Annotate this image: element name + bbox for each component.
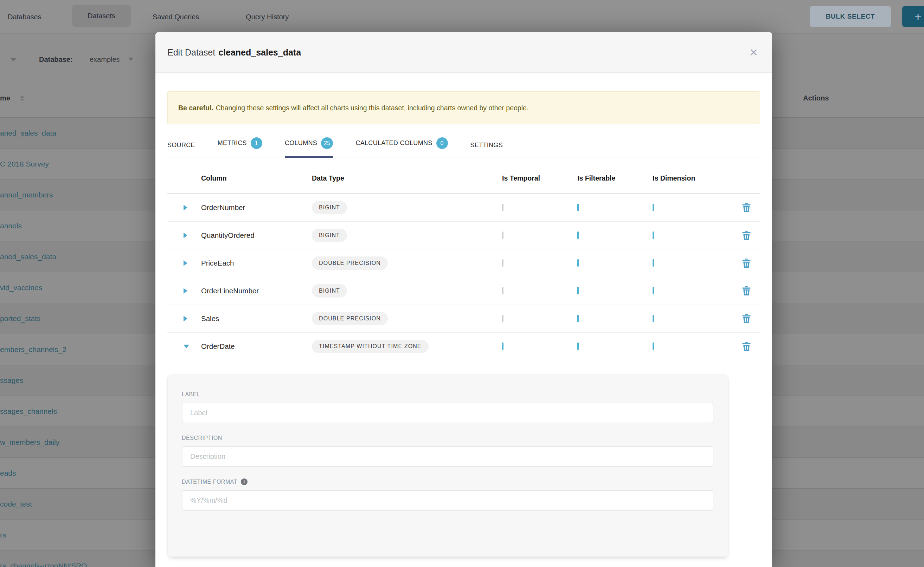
dataset-link[interactable]: rs [0,531,6,539]
is-filterable-checkbox[interactable] [577,231,579,239]
is-temporal-checkbox[interactable] [502,342,504,350]
dataset-link[interactable]: annels [0,222,22,230]
tab-label: CALCULATED COLUMNS [355,140,432,147]
is-temporal-checkbox[interactable] [502,259,504,267]
datetime-format-label-text: DATETIME FORMAT [182,479,237,485]
nav-item-query-history[interactable]: Query History [246,0,289,34]
nav-item-saved-queries[interactable]: Saved Queries [153,0,199,34]
modal-tabs: SOURCE METRICS 1 COLUMNS 25 CALCULATED C… [167,131,760,158]
label-field-label-text: LABEL [182,392,200,398]
columns-table-header: Column Data Type Is Temporal Is Filterab… [167,158,760,194]
header-column: Column [201,174,312,182]
datetime-format-field-label: DATETIME FORMAT i [182,478,714,485]
column-row: Sales DOUBLE PRECISION [167,304,760,332]
datetime-format-input[interactable] [182,490,713,511]
column-name: PriceEach [201,259,312,267]
dataset-link[interactable]: ssages [0,376,24,385]
delete-column-button[interactable] [732,342,760,351]
tab-count-badge: 0 [436,137,448,149]
sort-icon[interactable] [20,95,24,101]
label-field-label: LABEL [182,392,714,398]
expand-caret-icon[interactable] [167,345,201,348]
truncated-filter-caret-icon[interactable] [11,58,16,62]
dataset-link[interactable]: annel_members [0,191,53,199]
data-type-pill: DOUBLE PRECISION [312,256,388,270]
trash-icon [742,342,751,351]
is-filterable-checkbox[interactable] [577,204,579,211]
data-type-pill: DOUBLE PRECISION [312,312,388,325]
column-row: PriceEach DOUBLE PRECISION [167,249,760,277]
is-filterable-checkbox[interactable] [577,315,579,322]
is-temporal-checkbox[interactable] [502,231,504,239]
column-name: Sales [201,314,312,323]
is-dimension-checkbox[interactable] [653,287,654,294]
tab[interactable]: COLUMNS 25 [285,137,333,157]
is-dimension-checkbox[interactable] [653,342,654,350]
dataset-link[interactable]: aned_sales_data [0,253,56,261]
nav-item-databases[interactable]: Databases [8,0,42,34]
bulk-select-button[interactable]: BULK SELECT [810,6,891,27]
dataset-link[interactable]: ported_stats [0,314,41,323]
modal-title: Edit Datasetcleaned_sales_data [167,47,301,58]
header-is-filterable: Is Filterable [577,174,653,182]
add-dataset-button[interactable]: + [902,6,924,27]
is-filterable-checkbox[interactable] [577,342,579,350]
expand-caret-icon[interactable] [167,232,201,238]
dataset-link[interactable]: code_test [0,500,32,508]
description-field-label-text: DESCRIPTION [182,435,222,441]
tab-label: METRICS [218,140,247,147]
delete-column-button[interactable] [732,231,760,240]
delete-column-button[interactable] [732,286,760,296]
tab[interactable]: SETTINGS [470,142,503,157]
is-temporal-checkbox[interactable] [502,287,504,294]
plus-icon: + [915,10,921,24]
modal-header: Edit Datasetcleaned_sales_data ✕ [155,32,772,73]
dataset-link[interactable]: ssages_channels [0,407,57,416]
expand-caret-icon[interactable] [167,205,201,210]
dataset-link[interactable]: eads [0,469,16,477]
warning-text: Changing these settings will affect all … [216,104,529,112]
expand-caret-icon[interactable] [167,260,201,266]
dataset-link[interactable]: C 2018 Survey [0,160,49,168]
info-icon[interactable]: i [241,478,248,485]
close-icon[interactable]: ✕ [749,32,758,73]
database-filter-caret-icon[interactable] [128,58,134,61]
trash-icon [742,203,751,213]
data-type-pill: TIMESTAMP WITHOUT TIME ZONE [312,340,429,353]
database-filter-value[interactable]: examples [90,56,120,64]
column-detail-panel: LABEL DESCRIPTION DATETIME FORMAT i [167,375,728,557]
tab[interactable]: METRICS 1 [218,137,262,157]
is-filterable-checkbox[interactable] [577,259,579,267]
label-input[interactable] [182,403,713,423]
nav-item-datasets-active[interactable]: Datasets [72,4,131,27]
column-header-name-truncated[interactable]: me [0,94,10,102]
delete-column-button[interactable] [732,314,760,324]
column-row: OrderLineNumber BIGINT [167,277,760,304]
is-temporal-checkbox[interactable] [502,204,504,211]
is-dimension-checkbox[interactable] [653,315,654,322]
is-filterable-checkbox[interactable] [577,287,579,294]
top-navigation: Databases Datasets Saved Queries Query H… [0,0,924,34]
column-name: QuantityOrdered [201,231,312,240]
dataset-link[interactable]: rs_channels-uzooNNtSRO [0,562,87,567]
is-dimension-checkbox[interactable] [653,259,654,267]
data-type-pill: BIGINT [312,284,347,297]
expand-caret-icon[interactable] [167,316,201,321]
delete-column-button[interactable] [732,203,760,213]
tab-label: COLUMNS [285,140,317,147]
dataset-link[interactable]: aned_sales_data [0,129,56,137]
delete-column-button[interactable] [732,258,760,268]
column-row: QuantityOrdered BIGINT [167,221,760,249]
dataset-link[interactable]: embers_channels_2 [0,345,66,354]
expand-caret-icon[interactable] [167,288,201,294]
column-name: OrderNumber [201,203,312,212]
tab[interactable]: CALCULATED COLUMNS 0 [355,137,448,157]
dataset-link[interactable]: vid_vaccines [0,284,42,292]
tab-count-badge: 1 [251,137,262,149]
dataset-link[interactable]: w_members_daily [0,438,59,447]
is-temporal-checkbox[interactable] [502,315,504,322]
is-dimension-checkbox[interactable] [653,231,654,239]
is-dimension-checkbox[interactable] [653,204,654,211]
tab[interactable]: SOURCE [167,142,195,157]
description-input[interactable] [182,446,713,467]
